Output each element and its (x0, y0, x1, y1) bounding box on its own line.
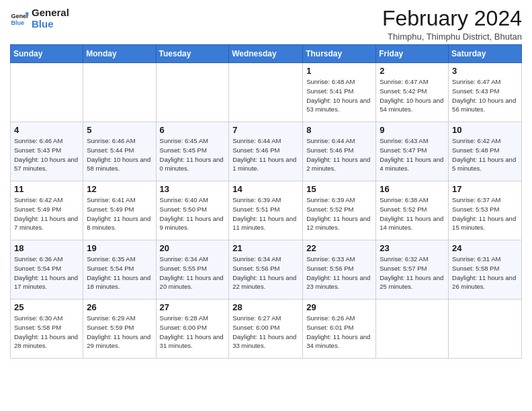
calendar-cell (449, 300, 522, 359)
svg-text:Blue: Blue (11, 19, 24, 26)
day-info: Sunrise: 6:44 AM Sunset: 5:46 PM Dayligh… (306, 136, 372, 173)
calendar-cell: 28Sunrise: 6:27 AM Sunset: 6:00 PM Dayli… (229, 300, 303, 359)
day-number: 26 (87, 302, 152, 312)
page: General Blue General Blue February 2024 … (0, 0, 532, 411)
calendar-cell: 29Sunrise: 6:26 AM Sunset: 6:01 PM Dayli… (303, 300, 376, 359)
day-info: Sunrise: 6:42 AM Sunset: 5:48 PM Dayligh… (452, 136, 518, 173)
calendar-cell: 11Sunrise: 6:42 AM Sunset: 5:49 PM Dayli… (11, 181, 83, 240)
weekday-header-sunday: Sunday (11, 45, 83, 63)
day-number: 22 (306, 243, 372, 253)
day-number: 21 (232, 243, 299, 253)
calendar-cell: 4Sunrise: 6:46 AM Sunset: 5:43 PM Daylig… (11, 122, 83, 181)
day-number: 28 (232, 302, 299, 312)
day-number: 29 (306, 302, 372, 312)
day-info: Sunrise: 6:34 AM Sunset: 5:56 PM Dayligh… (232, 255, 299, 291)
day-info: Sunrise: 6:26 AM Sunset: 6:01 PM Dayligh… (306, 314, 372, 351)
day-info: Sunrise: 6:33 AM Sunset: 5:56 PM Dayligh… (306, 255, 372, 291)
calendar-cell: 26Sunrise: 6:29 AM Sunset: 5:59 PM Dayli… (83, 300, 156, 359)
day-number: 6 (160, 125, 226, 135)
day-info: Sunrise: 6:47 AM Sunset: 5:43 PM Dayligh… (452, 77, 518, 114)
calendar-week-row: 1Sunrise: 6:48 AM Sunset: 5:41 PM Daylig… (11, 63, 522, 122)
day-number: 3 (452, 66, 518, 76)
day-info: Sunrise: 6:44 AM Sunset: 5:46 PM Dayligh… (232, 136, 299, 173)
calendar-cell: 15Sunrise: 6:39 AM Sunset: 5:52 PM Dayli… (303, 181, 376, 240)
day-info: Sunrise: 6:40 AM Sunset: 5:50 PM Dayligh… (160, 195, 226, 232)
day-number: 5 (87, 125, 152, 135)
calendar-cell: 3Sunrise: 6:47 AM Sunset: 5:43 PM Daylig… (449, 63, 522, 122)
calendar-cell: 13Sunrise: 6:40 AM Sunset: 5:50 PM Dayli… (156, 181, 229, 240)
calendar-cell: 21Sunrise: 6:34 AM Sunset: 5:56 PM Dayli… (229, 240, 303, 300)
calendar-week-row: 25Sunrise: 6:30 AM Sunset: 5:58 PM Dayli… (11, 300, 522, 359)
day-info: Sunrise: 6:41 AM Sunset: 5:49 PM Dayligh… (87, 195, 152, 232)
day-number: 1 (306, 66, 372, 76)
calendar-cell: 14Sunrise: 6:39 AM Sunset: 5:51 PM Dayli… (229, 181, 303, 240)
day-number: 8 (306, 125, 372, 135)
day-info: Sunrise: 6:34 AM Sunset: 5:55 PM Dayligh… (160, 255, 226, 291)
day-info: Sunrise: 6:30 AM Sunset: 5:58 PM Dayligh… (14, 314, 79, 351)
day-number: 17 (452, 184, 518, 194)
calendar-cell (229, 63, 303, 122)
weekday-header-saturday: Saturday (449, 45, 522, 63)
day-info: Sunrise: 6:37 AM Sunset: 5:53 PM Dayligh… (452, 195, 518, 232)
day-number: 2 (380, 66, 445, 76)
calendar-cell: 20Sunrise: 6:34 AM Sunset: 5:55 PM Dayli… (156, 240, 229, 300)
calendar-week-row: 11Sunrise: 6:42 AM Sunset: 5:49 PM Dayli… (11, 181, 522, 240)
calendar-cell (83, 63, 156, 122)
weekday-header-wednesday: Wednesday (229, 45, 303, 63)
weekday-header-row: SundayMondayTuesdayWednesdayThursdayFrid… (11, 45, 522, 63)
day-info: Sunrise: 6:28 AM Sunset: 6:00 PM Dayligh… (160, 314, 226, 351)
logo-icon: General Blue (10, 9, 29, 28)
calendar-cell: 24Sunrise: 6:31 AM Sunset: 5:58 PM Dayli… (449, 240, 522, 300)
day-info: Sunrise: 6:48 AM Sunset: 5:41 PM Dayligh… (306, 77, 372, 114)
day-number: 7 (232, 125, 299, 135)
calendar-cell: 5Sunrise: 6:46 AM Sunset: 5:44 PM Daylig… (83, 122, 156, 181)
calendar-table: SundayMondayTuesdayWednesdayThursdayFrid… (10, 44, 522, 359)
day-number: 13 (160, 184, 226, 194)
calendar-cell: 10Sunrise: 6:42 AM Sunset: 5:48 PM Dayli… (449, 122, 522, 181)
weekday-header-tuesday: Tuesday (156, 45, 229, 63)
day-number: 14 (232, 184, 299, 194)
day-number: 25 (14, 302, 79, 312)
day-info: Sunrise: 6:32 AM Sunset: 5:57 PM Dayligh… (380, 255, 445, 291)
day-number: 24 (452, 243, 518, 253)
day-info: Sunrise: 6:38 AM Sunset: 5:52 PM Dayligh… (380, 195, 445, 232)
calendar-cell: 16Sunrise: 6:38 AM Sunset: 5:52 PM Dayli… (376, 181, 449, 240)
day-number: 27 (160, 302, 226, 312)
day-number: 15 (306, 184, 372, 194)
calendar-cell: 22Sunrise: 6:33 AM Sunset: 5:56 PM Dayli… (303, 240, 376, 300)
calendar-cell: 7Sunrise: 6:44 AM Sunset: 5:46 PM Daylig… (229, 122, 303, 181)
day-info: Sunrise: 6:46 AM Sunset: 5:43 PM Dayligh… (14, 136, 79, 173)
day-info: Sunrise: 6:35 AM Sunset: 5:54 PM Dayligh… (87, 255, 152, 291)
calendar-week-row: 4Sunrise: 6:46 AM Sunset: 5:43 PM Daylig… (11, 122, 522, 181)
day-info: Sunrise: 6:27 AM Sunset: 6:00 PM Dayligh… (232, 314, 299, 351)
logo: General Blue General Blue (10, 7, 69, 30)
day-info: Sunrise: 6:39 AM Sunset: 5:51 PM Dayligh… (232, 195, 299, 232)
calendar-cell (156, 63, 229, 122)
day-number: 4 (14, 125, 79, 135)
weekday-header-thursday: Thursday (303, 45, 376, 63)
day-info: Sunrise: 6:36 AM Sunset: 5:54 PM Dayligh… (14, 255, 79, 291)
day-number: 12 (87, 184, 152, 194)
header: General Blue General Blue February 2024 … (10, 7, 522, 42)
calendar-cell: 23Sunrise: 6:32 AM Sunset: 5:57 PM Dayli… (376, 240, 449, 300)
calendar-cell: 25Sunrise: 6:30 AM Sunset: 5:58 PM Dayli… (11, 300, 83, 359)
day-number: 11 (14, 184, 79, 194)
day-info: Sunrise: 6:43 AM Sunset: 5:47 PM Dayligh… (380, 136, 445, 173)
day-number: 19 (87, 243, 152, 253)
day-number: 9 (380, 125, 445, 135)
day-info: Sunrise: 6:47 AM Sunset: 5:42 PM Dayligh… (380, 77, 445, 114)
title-block: February 2024 Thimphu, Thimphu District,… (382, 7, 522, 42)
calendar-cell: 6Sunrise: 6:45 AM Sunset: 5:45 PM Daylig… (156, 122, 229, 181)
location-subtitle: Thimphu, Thimphu District, Bhutan (382, 32, 522, 42)
calendar-cell: 8Sunrise: 6:44 AM Sunset: 5:46 PM Daylig… (303, 122, 376, 181)
calendar-cell: 1Sunrise: 6:48 AM Sunset: 5:41 PM Daylig… (303, 63, 376, 122)
day-number: 10 (452, 125, 518, 135)
day-info: Sunrise: 6:39 AM Sunset: 5:52 PM Dayligh… (306, 195, 372, 232)
logo-blue: Blue (32, 18, 69, 30)
day-info: Sunrise: 6:29 AM Sunset: 5:59 PM Dayligh… (87, 314, 152, 351)
day-info: Sunrise: 6:45 AM Sunset: 5:45 PM Dayligh… (160, 136, 226, 173)
calendar-cell: 18Sunrise: 6:36 AM Sunset: 5:54 PM Dayli… (11, 240, 83, 300)
day-info: Sunrise: 6:46 AM Sunset: 5:44 PM Dayligh… (87, 136, 152, 173)
day-number: 20 (160, 243, 226, 253)
calendar-cell: 12Sunrise: 6:41 AM Sunset: 5:49 PM Dayli… (83, 181, 156, 240)
